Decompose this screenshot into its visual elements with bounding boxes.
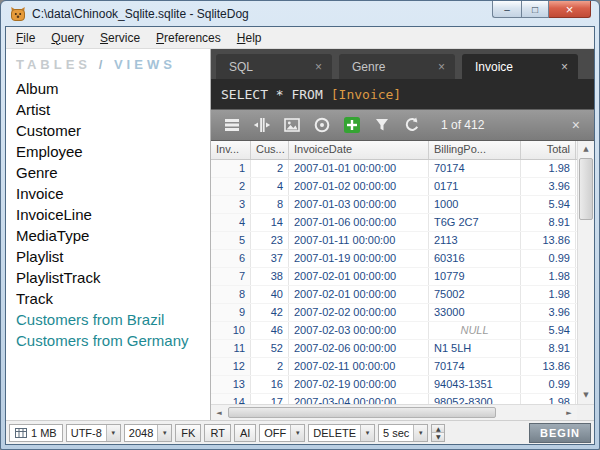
grid-cell[interactable]: 2007-01-01 00:00:00	[289, 160, 429, 177]
grid-cell[interactable]: 6	[211, 250, 251, 267]
journal-mode-select[interactable]: DELETE ▾	[308, 424, 375, 442]
grid-cell[interactable]: 9	[211, 304, 251, 321]
grid-cell[interactable]: 2	[251, 358, 289, 375]
grid-cell[interactable]: 2007-01-03 00:00:00	[289, 196, 429, 213]
grid-cell[interactable]: 0171	[429, 178, 521, 195]
dropdown-arrow-icon[interactable]: ▾	[413, 425, 427, 441]
column-header-cus[interactable]: Cus...	[251, 141, 289, 159]
sidebar-item-track[interactable]: Track	[6, 288, 210, 309]
grid-cell[interactable]: 2007-01-11 00:00:00	[289, 232, 429, 249]
vertical-scrollbar[interactable]: ▲ ▼	[577, 141, 594, 420]
sidebar-item-customer[interactable]: Customer	[6, 120, 210, 141]
tab-genre[interactable]: Genre×	[339, 54, 455, 79]
refresh-button[interactable]	[399, 113, 425, 137]
scroll-right-icon[interactable]: ►	[561, 405, 577, 420]
grid-cell[interactable]: NULL	[429, 322, 521, 339]
grid-cell[interactable]: 5	[211, 232, 251, 249]
grid-cell[interactable]: 2007-01-02 00:00:00	[289, 178, 429, 195]
grid-cell[interactable]: 0.99	[521, 250, 576, 267]
spin-up-icon[interactable]: ▲	[432, 425, 444, 434]
grid-cell[interactable]: 10779	[429, 268, 521, 285]
grid-cell[interactable]: 10	[211, 322, 251, 339]
dropdown-arrow-icon[interactable]: ▾	[290, 425, 304, 441]
sidebar-item-genre[interactable]: Genre	[6, 162, 210, 183]
grid-cell[interactable]: 13.86	[521, 358, 576, 375]
grid-cell[interactable]: 13.86	[521, 232, 576, 249]
sidebar-item-employee[interactable]: Employee	[6, 141, 210, 162]
grid-cell[interactable]: 2007-02-03 00:00:00	[289, 322, 429, 339]
menu-query[interactable]: Query	[43, 28, 92, 48]
grid-cell[interactable]: 3	[211, 196, 251, 213]
title-bar[interactable]: C:\data\Chinook_Sqlite.sqlite - SqliteDo…	[5, 1, 595, 26]
sidebar-item-playlist[interactable]: Playlist	[6, 246, 210, 267]
scroll-down-icon[interactable]: ▼	[578, 387, 594, 403]
sync-mode-select[interactable]: OFF ▾	[259, 424, 305, 442]
grid-row[interactable]: 7382007-02-01 00:00:00107791.98	[211, 268, 577, 286]
grid-cell[interactable]: 1.98	[521, 160, 576, 177]
grid-cell[interactable]: T6G 2C7	[429, 214, 521, 231]
grid-cell[interactable]: 5.94	[521, 322, 576, 339]
sidebar-item-artist[interactable]: Artist	[6, 99, 210, 120]
grid-cell[interactable]: 11	[211, 340, 251, 357]
recursive-triggers-toggle[interactable]: RT	[204, 424, 230, 442]
grid-cell[interactable]: 33000	[429, 304, 521, 321]
tab-invoice[interactable]: Invoice×	[462, 54, 578, 79]
grid-row[interactable]: 242007-01-02 00:00:0001713.96	[211, 178, 577, 196]
grid-row[interactable]: 1222007-02-11 00:00:007017413.86	[211, 358, 577, 376]
grid-cell[interactable]: 3.96	[521, 304, 576, 321]
grid-cell[interactable]: 2007-02-01 00:00:00	[289, 268, 429, 285]
grid-cell[interactable]: 8.91	[521, 214, 576, 231]
grid-cell[interactable]: 2113	[429, 232, 521, 249]
column-header-inv[interactable]: Inv...	[211, 141, 251, 159]
grid-cell[interactable]: 23	[251, 232, 289, 249]
sql-editor[interactable]: SELECT * FROM [Invoice]	[211, 79, 594, 109]
page-size-select[interactable]: 2048 ▾	[124, 424, 172, 442]
grid-row[interactable]: 122007-01-01 00:00:00701741.98	[211, 160, 577, 178]
grid-cell[interactable]: 4	[251, 178, 289, 195]
dropdown-arrow-icon[interactable]: ▾	[106, 425, 120, 441]
grid-cell[interactable]: 60316	[429, 250, 521, 267]
menu-preferences[interactable]: Preferences	[148, 28, 229, 48]
sidebar-item-customers-from-brazil[interactable]: Customers from Brazil	[6, 309, 210, 330]
fit-columns-button[interactable]	[249, 113, 275, 137]
menu-help[interactable]: Help	[229, 28, 270, 48]
dropdown-arrow-icon[interactable]: ▾	[157, 425, 171, 441]
foreign-keys-toggle[interactable]: FK	[175, 424, 201, 442]
grid-cell[interactable]: 13	[211, 376, 251, 393]
grid-cell[interactable]: 8.91	[521, 340, 576, 357]
column-header-total[interactable]: Total	[521, 141, 576, 159]
grid-cell[interactable]: 8	[251, 196, 289, 213]
grid-row[interactable]: 6372007-01-19 00:00:00603160.99	[211, 250, 577, 268]
grid-row[interactable]: 11522007-02-06 00:00:00N1 5LH8.91	[211, 340, 577, 358]
grid-cell[interactable]: 37	[251, 250, 289, 267]
grid-cell[interactable]: 1000	[429, 196, 521, 213]
spin-down-icon[interactable]: ▼	[432, 433, 444, 441]
grid-cell[interactable]: 40	[251, 286, 289, 303]
grid-cell[interactable]: 2007-02-19 00:00:00	[289, 376, 429, 393]
close-button[interactable]: ×	[549, 1, 591, 18]
timeout-select[interactable]: 5 sec ▾	[378, 424, 428, 442]
grid-cell[interactable]: 2007-02-06 00:00:00	[289, 340, 429, 357]
grid-cell[interactable]: 70174	[429, 358, 521, 375]
grid-cell[interactable]: 46	[251, 322, 289, 339]
blob-view-button[interactable]	[279, 113, 305, 137]
maximize-button[interactable]: □	[521, 1, 549, 18]
dropdown-arrow-icon[interactable]: ▾	[360, 425, 374, 441]
grid-cell[interactable]: 1.98	[521, 286, 576, 303]
begin-transaction-button[interactable]: BEGIN	[529, 423, 591, 443]
grid-cell[interactable]: 14	[251, 214, 289, 231]
grid-row[interactable]: 10462007-02-03 00:00:00NULL5.94	[211, 322, 577, 340]
grid-cell[interactable]: 38	[251, 268, 289, 285]
grid-cell[interactable]: 75002	[429, 286, 521, 303]
grid-cell[interactable]: 94043-1351	[429, 376, 521, 393]
menu-file[interactable]: File	[8, 28, 43, 48]
sidebar-item-customers-from-germany[interactable]: Customers from Germany	[6, 330, 210, 351]
grid-row[interactable]: 382007-01-03 00:00:0010005.94	[211, 196, 577, 214]
tab-close-icon[interactable]: ×	[438, 60, 445, 74]
grid-cell[interactable]: 1	[211, 160, 251, 177]
sidebar-item-invoice[interactable]: Invoice	[6, 183, 210, 204]
grid-cell[interactable]: 8	[211, 286, 251, 303]
grid-view-button[interactable]	[219, 113, 245, 137]
grid-cell[interactable]: 2007-02-11 00:00:00	[289, 358, 429, 375]
tab-close-icon[interactable]: ×	[561, 60, 568, 74]
